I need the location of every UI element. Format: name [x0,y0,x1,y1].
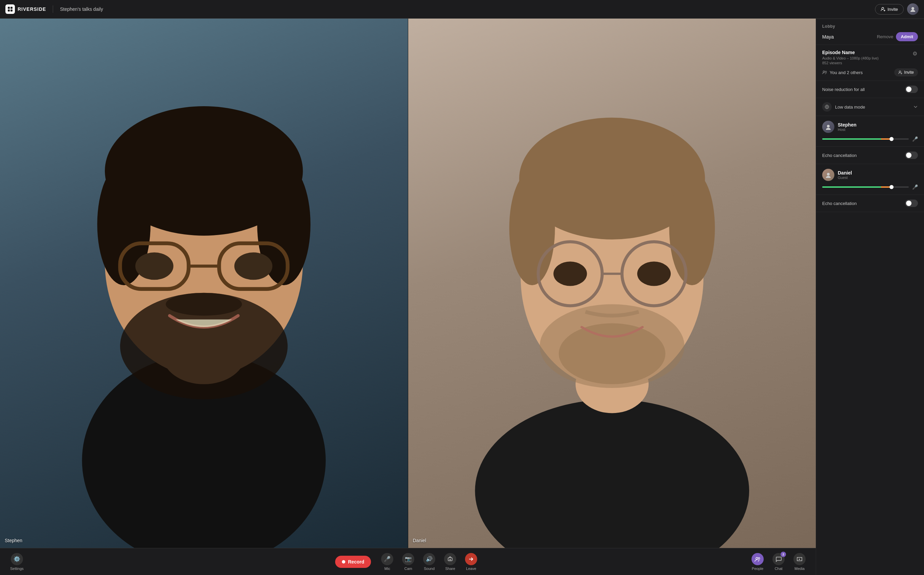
svg-point-17 [234,253,273,280]
logo-area: RIVERSIDE Stephen's talks daily [5,5,103,14]
header: RIVERSIDE Stephen's talks daily Invite [0,0,462,19]
session-title: Stephen's talks daily [60,6,103,12]
video-panel-daniel: Daniel [408,19,462,288]
svg-rect-2 [8,10,10,11]
svg-rect-1 [11,7,13,9]
svg-point-16 [135,253,173,280]
riverside-logo-icon [5,5,15,14]
video-area: Stephen [0,19,462,288]
logo-text: RIVERSIDE [17,6,46,12]
svg-rect-0 [8,7,10,9]
video-panel-stephen: Stephen [0,19,408,288]
svg-rect-3 [11,10,13,11]
header-divider [53,5,53,13]
